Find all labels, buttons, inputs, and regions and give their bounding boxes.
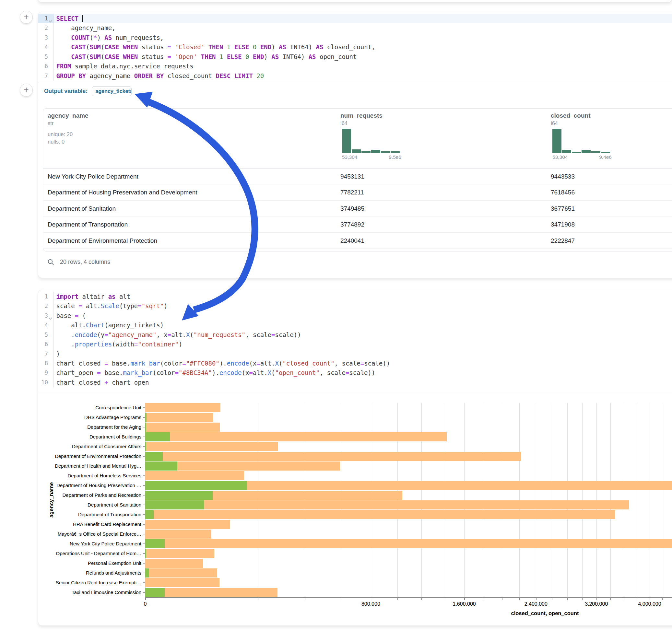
code-token: = <box>134 341 138 348</box>
histogram-bar <box>552 129 561 153</box>
column-type: i64 <box>551 120 590 126</box>
bar-open_count-1[interactable] <box>145 413 146 422</box>
column-histogram <box>552 129 610 153</box>
x-axis-tick <box>502 598 502 600</box>
bar-open_count-19[interactable] <box>145 588 165 597</box>
code-token: scale)) <box>364 360 390 367</box>
line-number-text: 5 <box>38 330 48 340</box>
code-token: Scale <box>101 302 119 310</box>
table-row-3[interactable]: Department of Transportation377489234719… <box>43 217 672 232</box>
bar-open_count-6[interactable] <box>145 461 177 470</box>
gridline <box>519 403 520 597</box>
code-token <box>56 53 71 60</box>
sql-code-line-7[interactable]: 7GROUP BY agency_name ORDER BY closed_co… <box>38 71 672 81</box>
bar-closed_count-4[interactable] <box>145 442 278 451</box>
sql-code-line-2[interactable]: 2 agency_name, <box>38 23 672 33</box>
sql-code-line-4[interactable]: 4 CAST(SUM(CASE WHEN status = 'Closed' T… <box>38 43 672 52</box>
bar-closed_count-3[interactable] <box>145 432 447 441</box>
gridline <box>597 403 597 597</box>
code-line-content: CAST(SUM(CASE WHEN status = 'Open' THEN … <box>53 52 672 62</box>
y-axis-label-6: Department of Health and Mental Hyg… <box>55 463 141 468</box>
search-icon[interactable] <box>47 258 54 266</box>
bar-closed_count-12[interactable] <box>145 520 230 529</box>
code-token: encode <box>219 369 242 376</box>
python-code-line-3[interactable]: 3base = ( <box>38 311 672 320</box>
python-code-line-10[interactable]: 10chart_closed + chart_open <box>38 378 672 387</box>
y-axis-tick <box>143 514 145 515</box>
bar-closed_count-16[interactable] <box>145 559 203 568</box>
bar-open_count-15[interactable] <box>145 549 146 558</box>
bar-closed_count-11[interactable] <box>145 510 615 519</box>
python-code-line-2[interactable]: 2scale = alt.Scale(type="sqrt") <box>38 301 672 311</box>
y-axis-tick <box>143 573 145 573</box>
bar-closed_count-5[interactable] <box>145 452 521 461</box>
python-code-line-9[interactable]: 9chart_open = base.mark_bar(color="#8BC3… <box>38 368 672 378</box>
text-cursor <box>82 15 83 22</box>
y-axis-label-18: Senior Citizen Rent Increase Exempti… <box>56 580 141 585</box>
bar-closed_count-15[interactable] <box>145 549 214 558</box>
bar-closed_count-7[interactable] <box>145 471 244 480</box>
python-code-line-5[interactable]: 5 .encode(y="agency_name", x=alt.X("num_… <box>38 330 672 340</box>
python-code-line-6[interactable]: 6 .properties(width="container") <box>38 340 672 349</box>
table-row-4[interactable]: Department of Environmental Protection22… <box>43 233 672 248</box>
python-code-line-7[interactable]: 7) <box>38 349 672 359</box>
code-token: ( <box>279 360 282 367</box>
code-token: status <box>138 43 168 51</box>
code-token: (x <box>242 369 249 376</box>
table-cell: Department of Transportation <box>48 217 128 232</box>
python-code-editor[interactable]: 1import altair as alt2scale = alt.Scale(… <box>38 290 672 389</box>
sql-code-line-1[interactable]: 1SELECT <box>38 14 672 23</box>
code-token: LIMIT <box>234 72 253 79</box>
column-header-closed_count[interactable]: closed_counti64 <box>551 108 590 126</box>
table-row-0[interactable]: New York City Police Department945313194… <box>43 169 672 185</box>
x-axis-tick <box>597 598 597 600</box>
code-token: ( <box>86 43 90 51</box>
code-token <box>171 43 175 51</box>
add-cell-button-output[interactable]: + <box>20 83 33 97</box>
bar-closed_count-10[interactable] <box>145 500 629 509</box>
bar-open_count-2[interactable] <box>145 422 146 432</box>
gridline <box>341 403 341 597</box>
output-variable-pill[interactable]: agency_tickets <box>92 86 131 96</box>
bar-closed_count-0[interactable] <box>145 403 220 412</box>
bar-closed_count-13[interactable] <box>145 530 211 539</box>
sql-code-line-3[interactable]: 3 COUNT(*) AS num_requests, <box>38 33 672 43</box>
bar-open_count-4[interactable] <box>145 442 146 451</box>
python-code-line-8[interactable]: 8chart_closed = base.mark_bar(color="#FF… <box>38 359 672 368</box>
bar-open_count-17[interactable] <box>145 568 149 578</box>
column-header-agency_name[interactable]: agency_namestrunique: 20nulls: 0 <box>48 108 89 145</box>
bar-open_count-9[interactable] <box>145 491 213 500</box>
table-row-1[interactable]: Department of Housing Preservation and D… <box>43 185 672 200</box>
bar-closed_count-19[interactable] <box>145 588 278 597</box>
bar-closed_count-18[interactable] <box>145 578 219 587</box>
python-code-line-4[interactable]: 4 alt.Chart(agency_tickets) <box>38 320 672 330</box>
table-row-2[interactable]: Department of Sanitation37494853677651 <box>43 201 672 217</box>
bar-closed_count-14[interactable] <box>145 539 672 548</box>
sql-code-line-6[interactable]: 6FROM sample_data.nyc.service_requests <box>38 62 672 71</box>
code-token: AS <box>279 43 286 51</box>
x-axis-tick <box>567 598 568 600</box>
add-cell-button-top[interactable]: + <box>20 11 33 24</box>
bar-open_count-14[interactable] <box>145 539 165 548</box>
bar-closed_count-1[interactable] <box>145 413 213 422</box>
bar-open_count-10[interactable] <box>145 500 204 509</box>
code-token: "sqrt" <box>142 302 164 310</box>
code-token: ( <box>78 312 86 319</box>
bar-open_count-3[interactable] <box>145 432 170 441</box>
bar-open_count-5[interactable] <box>145 452 163 461</box>
sql-code-editor[interactable]: 1SELECT 2 agency_name,3 COUNT(*) AS num_… <box>38 12 672 82</box>
code-token: = <box>360 360 364 367</box>
fold-chevron-icon[interactable] <box>48 314 52 318</box>
bar-closed_count-2[interactable] <box>145 422 220 432</box>
code-token: ORDER BY <box>134 72 164 79</box>
bar-open_count-11[interactable] <box>145 510 154 519</box>
python-code-line-1[interactable]: 1import altair as alt <box>38 292 672 301</box>
fold-chevron-icon[interactable] <box>48 17 52 21</box>
bar-closed_count-17[interactable] <box>145 568 217 578</box>
code-token: AS <box>309 53 316 60</box>
column-header-num_requests[interactable]: num_requestsi64 <box>340 108 383 126</box>
sql-code-line-5[interactable]: 5 CAST(SUM(CASE WHEN status = 'Open' THE… <box>38 52 672 62</box>
code-token: num_requests, <box>112 34 164 41</box>
bar-open_count-8[interactable] <box>145 481 247 490</box>
code-token: scale <box>56 302 79 310</box>
